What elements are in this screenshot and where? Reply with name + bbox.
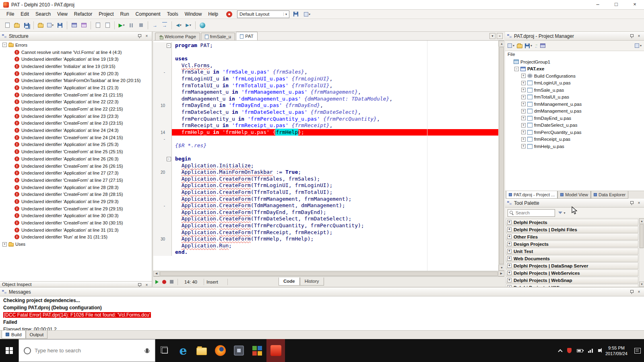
pm-node-frmreceipt_u-pas[interactable]: +frmReceipt_u.pas xyxy=(505,136,644,143)
view-tab-history[interactable]: History xyxy=(300,278,324,286)
activate-button[interactable] xyxy=(540,43,545,48)
palette-category[interactable]: +Web Documents xyxy=(506,255,638,262)
uses-node[interactable]: + Uses xyxy=(0,241,152,248)
task-view-button[interactable] xyxy=(155,339,174,362)
expand-icon[interactable]: + xyxy=(507,263,512,268)
code-line-27[interactable]: Application.CreateForm(TfrmDateSelect, f… xyxy=(153,216,498,222)
expand-icon[interactable]: + xyxy=(507,271,512,275)
message-line[interactable]: Compiling PAT.dproj (Debug configuration… xyxy=(0,304,644,311)
record-icon[interactable] xyxy=(226,11,232,17)
error-item[interactable]: !Undeclared identifier 'Application' at … xyxy=(0,169,152,177)
new-item-button[interactable]: ▾ xyxy=(508,43,514,48)
error-item[interactable]: !Undeclared identifier 'Application' at … xyxy=(0,198,152,205)
add-file-button[interactable]: ▾ xyxy=(45,21,55,30)
close-tab-icon[interactable]: × xyxy=(497,33,503,39)
expand-icon[interactable]: + xyxy=(521,88,526,92)
navigate-back-button[interactable]: ◀▾ xyxy=(174,21,184,30)
app-button-2[interactable] xyxy=(248,339,266,362)
palette-search-box[interactable] xyxy=(508,209,555,217)
palette-category[interactable]: +Delphi Projects | DataSnap Server xyxy=(506,262,638,269)
menu-tools[interactable]: Tools xyxy=(164,10,182,18)
app-button-1[interactable] xyxy=(229,339,248,362)
file-column-header[interactable]: File xyxy=(505,51,644,58)
expand-icon[interactable]: + xyxy=(521,74,526,78)
palette-category[interactable]: +Delphi Projects | Delphi Files xyxy=(506,226,638,233)
code-line-30[interactable]: 30 Application.CreateForm(TfrmHelp, frmH… xyxy=(153,236,498,243)
new-form-button[interactable] xyxy=(103,21,112,30)
volume-icon[interactable] xyxy=(598,349,600,352)
scrollbar-thumb[interactable] xyxy=(499,47,504,264)
menu-component[interactable]: Component xyxy=(132,10,164,18)
code-line-25[interactable]: - Application.CreateForm(TdmManagement, … xyxy=(153,202,498,209)
palette-category[interactable]: +Delphi Projects xyxy=(506,219,638,226)
pin-icon[interactable] xyxy=(629,200,635,206)
taskbar-clock[interactable]: 9:55 PM 2017/09/24 xyxy=(605,345,627,356)
code-line-22[interactable]: Application.CreateForm(TfrmLoginUI, frmL… xyxy=(153,182,498,189)
navigate-forward-button[interactable]: ▶▾ xyxy=(184,21,193,30)
fold-collapse-icon[interactable]: − xyxy=(167,43,171,48)
menu-refactor[interactable]: Refactor xyxy=(71,10,95,18)
code-line-28[interactable]: Application.CreateForm(TfrmPercQuantity,… xyxy=(153,222,498,229)
menu-search[interactable]: Search xyxy=(32,10,54,18)
menu-edit[interactable]: Edit xyxy=(17,10,32,18)
code-line-31[interactable]: Application.Run; xyxy=(153,243,498,249)
menu-run[interactable]: Run xyxy=(117,10,132,18)
view-units-button[interactable] xyxy=(69,21,79,30)
pm-node-frmpercquantity_u-pas[interactable]: +frmPercQuantity_u.pas xyxy=(505,129,644,136)
editor-vertical-scrollbar[interactable]: ▲ ▼ xyxy=(498,41,504,271)
pm-node-pat-exe[interactable]: −PAT.exe xyxy=(505,66,644,73)
error-item[interactable]: !Undeclared identifier 'CreateForm' at l… xyxy=(0,105,152,113)
message-line[interactable]: [DCC Fatal Error] PAT.dpr(14): F1026 Fil… xyxy=(0,311,644,319)
close-icon[interactable]: × xyxy=(144,33,150,39)
sync-button[interactable]: →← xyxy=(535,43,538,48)
code-line-19[interactable]: Application.Initialize; xyxy=(153,162,498,169)
pm-node-frmdayend_u-pas[interactable]: +frmDayEnd_u.pas xyxy=(505,115,644,122)
expand-icon[interactable]: + xyxy=(507,249,512,253)
scroll-up-icon[interactable]: ▲ xyxy=(639,218,644,224)
close-icon[interactable]: × xyxy=(636,33,642,39)
code-line-12[interactable]: frmPercQuantity_u in 'frmPercQuantity_u.… xyxy=(153,116,498,123)
code-line-8[interactable]: frmManagement_u in 'frmManagement_u.pas'… xyxy=(153,89,498,96)
expand-icon[interactable]: + xyxy=(521,116,526,120)
pm-node-build-configurations[interactable]: +Build Configurations xyxy=(505,72,644,80)
expand-icon[interactable]: + xyxy=(521,137,526,142)
pm-node-frmhelp_u-pas[interactable]: +frmHelp_u.pas xyxy=(505,143,644,150)
expand-icon[interactable]: + xyxy=(507,242,512,246)
messages-tab-output[interactable]: Output xyxy=(26,331,48,339)
message-line[interactable]: Failed xyxy=(0,319,644,326)
error-item[interactable]: !Undeclared identifier 'Application' at … xyxy=(0,212,152,220)
pm-node-frmloginui_u-pas[interactable]: +frmLoginUI_u.pas xyxy=(505,80,644,87)
open-project-button[interactable] xyxy=(36,21,45,30)
code-line-9[interactable]: dmManagement_u in 'dmManagement_u.pas' {… xyxy=(153,96,498,103)
code-line-15[interactable]: - xyxy=(153,136,498,142)
editor-tab-welcome-page[interactable]: Welcome Page xyxy=(155,33,200,40)
error-item[interactable]: !Undeclared identifier 'Application' at … xyxy=(0,99,152,106)
close-icon[interactable]: × xyxy=(636,289,642,295)
network-icon[interactable] xyxy=(588,349,593,353)
palette-search-input[interactable] xyxy=(516,210,553,215)
pm-node-frmdateselect_u-pas[interactable]: +frmDateSelect_u.pas xyxy=(505,122,644,129)
scroll-down-icon[interactable]: ▼ xyxy=(499,265,504,271)
layout-selector[interactable]: Default Layout ▾ xyxy=(237,10,289,18)
message-line[interactable]: Checking project dependencies... xyxy=(0,297,644,304)
palette-category[interactable]: +Delphi Projects | WebSnap xyxy=(506,277,638,284)
expand-icon[interactable]: + xyxy=(521,102,526,106)
taskbar-search-input[interactable] xyxy=(35,348,142,354)
shield-icon[interactable] xyxy=(567,348,572,353)
pin-icon[interactable] xyxy=(136,33,142,39)
code-line-29[interactable]: Application.CreateForm(TfrmReceipt, frmR… xyxy=(153,229,498,236)
error-item[interactable]: !Undeclared identifier 'Application' at … xyxy=(0,113,152,120)
menu-help[interactable]: Help xyxy=(205,10,221,18)
error-item[interactable]: !Undeclared identifier 'Application' at … xyxy=(0,226,152,234)
fold-collapse-icon[interactable]: − xyxy=(167,157,171,161)
error-item[interactable]: !Undeclared identifier 'Application' at … xyxy=(0,184,152,191)
pm-tab-1[interactable]: Model View xyxy=(557,191,591,199)
scrollbar-thumb[interactable] xyxy=(640,224,644,248)
error-item[interactable]: !Undeclared identifier 'Application' at … xyxy=(0,84,152,91)
macro-record-button[interactable] xyxy=(161,278,168,286)
expand-icon[interactable]: + xyxy=(521,123,526,128)
error-item[interactable]: !Undeclared identifier 'CreateForm' at l… xyxy=(0,120,152,127)
expand-icon[interactable]: + xyxy=(521,95,526,99)
code-line-10[interactable]: 10 frmDayEnd_u in 'frmDayEnd_u.pas' {frm… xyxy=(153,102,498,109)
close-icon[interactable]: × xyxy=(144,282,150,287)
